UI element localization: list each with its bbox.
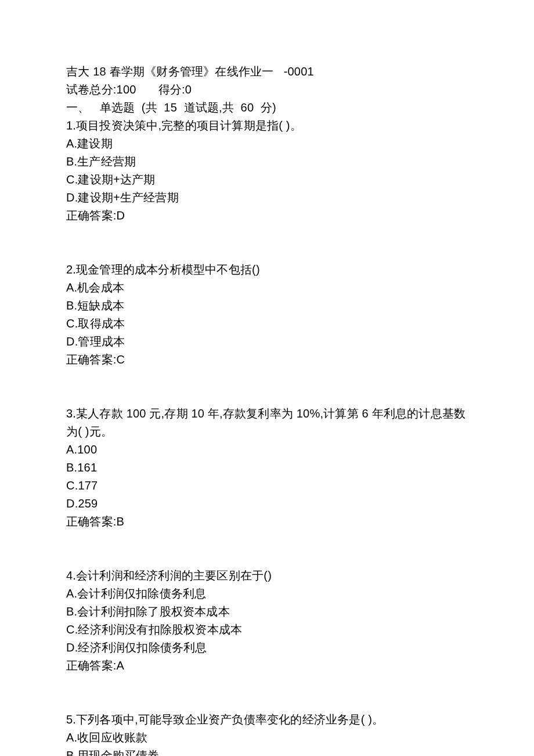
question-option: D.建设期+生产经营期: [66, 189, 468, 207]
answer-line: 正确答案:C: [66, 351, 468, 369]
answer-label: 正确答案:: [66, 353, 117, 366]
question-stem: 3.某人存款 100 元,存期 10 年,存款复利率为 10%,计算第 6 年利…: [66, 405, 468, 441]
question-option: C.建设期+达产期: [66, 171, 468, 189]
question-option: B.用现金购买债券: [66, 747, 468, 756]
totals-line: 试卷总分:100得分:0: [66, 81, 468, 99]
question-option: A.100: [66, 441, 468, 459]
answer-value: C: [117, 353, 125, 366]
total-score-label: 试卷总分:: [66, 83, 117, 96]
question-option: C.经济利润没有扣除股权资本成本: [66, 621, 468, 639]
question-option: A.会计利润仅扣除债务利息: [66, 585, 468, 603]
answer-label: 正确答案:: [66, 659, 117, 672]
answer-line: 正确答案:A: [66, 657, 468, 675]
question-stem: 5.下列各项中,可能导致企业资产负债率变化的经济业务是( )。: [66, 711, 468, 729]
answer-value: A: [117, 659, 125, 672]
question-option: A.建设期: [66, 135, 468, 153]
answer-label: 正确答案:: [66, 209, 117, 222]
answer-label: 正确答案:: [66, 515, 117, 528]
answer-value: B: [117, 515, 125, 528]
question-stem: 2.现金管理的成本分析模型中不包括(): [66, 261, 468, 279]
answer-line: 正确答案:D: [66, 207, 468, 225]
total-score-value: 100: [117, 83, 136, 96]
question-option: A.机会成本: [66, 279, 468, 297]
question-option: B.161: [66, 459, 468, 477]
document-header: 吉大 18 春学期《财务管理》在线作业一 -0001试卷总分:100得分:0一、…: [66, 63, 468, 225]
question-option: D.管理成本: [66, 333, 468, 351]
question-stem: 1.项目投资决策中,完整的项目计算期是指( )。: [66, 117, 468, 135]
document-title: 吉大 18 春学期《财务管理》在线作业一 -0001: [66, 63, 468, 81]
score-value: 0: [185, 83, 192, 96]
question-option: C.取得成本: [66, 315, 468, 333]
answer-value: D: [117, 209, 125, 222]
question-option: A.收回应收账款: [66, 729, 468, 747]
score-label: 得分:: [158, 83, 185, 96]
question-option: C.177: [66, 477, 468, 495]
question-option: B.短缺成本: [66, 297, 468, 315]
question-block: 5.下列各项中,可能导致企业资产负债率变化的经济业务是( )。A.收回应收账款B…: [66, 711, 468, 756]
question-block: 4.会计利润和经济利润的主要区别在于()A.会计利润仅扣除债务利息B.会计利润扣…: [66, 567, 468, 675]
question-stem: 4.会计利润和经济利润的主要区别在于(): [66, 567, 468, 585]
question-option: D.259: [66, 495, 468, 513]
section-heading: 一、 单选题 (共 15 道试题,共 60 分): [66, 99, 468, 117]
question-block: 3.某人存款 100 元,存期 10 年,存款复利率为 10%,计算第 6 年利…: [66, 405, 468, 531]
question-option: B.会计利润扣除了股权资本成本: [66, 603, 468, 621]
question-block: 2.现金管理的成本分析模型中不包括()A.机会成本B.短缺成本C.取得成本D.管…: [66, 261, 468, 369]
question-option: D.经济利润仅扣除债务利息: [66, 639, 468, 657]
answer-line: 正确答案:B: [66, 513, 468, 531]
question-option: B.生产经营期: [66, 153, 468, 171]
